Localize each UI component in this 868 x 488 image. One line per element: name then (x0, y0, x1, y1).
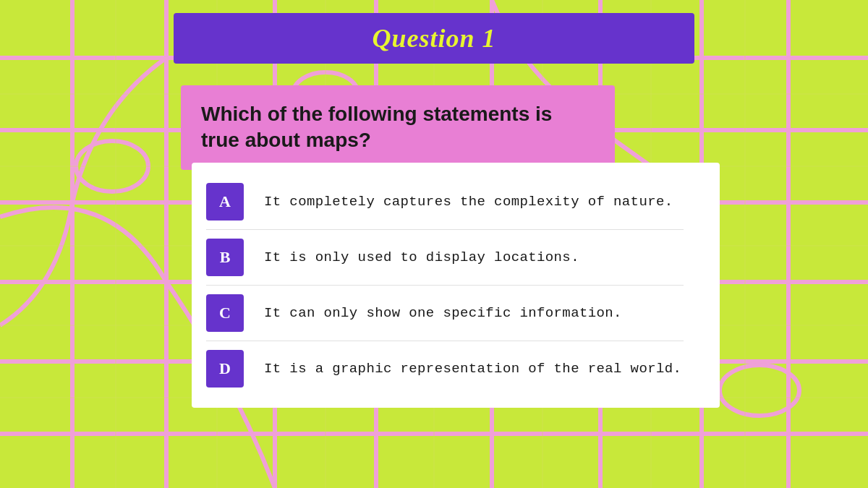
divider-ab (206, 229, 684, 230)
content-wrapper: Question 1 Which of the following statem… (0, 0, 868, 488)
badge-b: B (206, 239, 244, 276)
answer-text-c: It can only show one specific informatio… (264, 305, 622, 321)
answer-text-d: It is a graphic representation of the re… (264, 361, 681, 377)
badge-c: C (206, 294, 244, 332)
question-text: Which of the following statements is tru… (201, 103, 552, 151)
answer-row-d[interactable]: D It is a graphic representation of the … (192, 343, 698, 395)
title-bar: Question 1 (174, 13, 694, 64)
question-panel: Which of the following statements is tru… (181, 85, 615, 170)
badge-a: A (206, 183, 244, 221)
answer-text-b: It is only used to display locations. (264, 249, 579, 265)
answer-row-c[interactable]: C It can only show one specific informat… (192, 287, 698, 339)
badge-d: D (206, 350, 244, 388)
answer-text-a: It completely captures the complexity of… (264, 194, 673, 210)
answer-row-a[interactable]: A It completely captures the complexity … (192, 176, 698, 228)
answers-panel: A It completely captures the complexity … (192, 163, 720, 408)
question-title: Question 1 (372, 24, 495, 53)
divider-bc (206, 285, 684, 286)
answer-row-b[interactable]: B It is only used to display locations. (192, 231, 698, 283)
divider-cd (206, 341, 684, 341)
